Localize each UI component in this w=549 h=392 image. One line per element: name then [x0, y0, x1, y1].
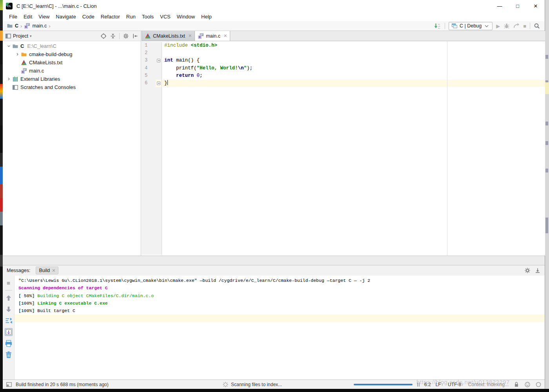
- chevron-right-icon[interactable]: [14, 52, 21, 56]
- close-icon[interactable]: ✕: [52, 268, 55, 273]
- code-editor[interactable]: 1#include <stdio.h>23int main() {4 print…: [142, 41, 545, 256]
- gear-icon[interactable]: [123, 33, 129, 39]
- build-tab[interactable]: Build ✕: [36, 267, 58, 274]
- collapse-all-icon[interactable]: [110, 33, 116, 39]
- code-line[interactable]: 4 printf("Hello, World!\n");: [142, 65, 545, 72]
- hide-panel-icon[interactable]: [534, 267, 541, 274]
- tree-item-cmake-build-debug[interactable]: cmake-build-debug: [3, 50, 141, 58]
- fold-marker-icon[interactable]: [157, 82, 160, 85]
- toolwindow-toggle-icon[interactable]: [6, 381, 12, 388]
- breadcrumb-project[interactable]: C: [7, 23, 18, 29]
- console-line[interactable]: "C:\Users\Lewis Gu\.CLion2018.1\system\c…: [15, 277, 545, 284]
- chevron-down-icon[interactable]: [5, 44, 12, 48]
- console-toolbar: ■: [3, 276, 15, 379]
- search-everywhere-icon[interactable]: [534, 23, 540, 29]
- breadcrumb: C › c main.c ›: [7, 23, 51, 29]
- fold-marker-icon[interactable]: [157, 59, 160, 62]
- desktop-edge-right: [545, 0, 549, 389]
- tab-cmakelists[interactable]: CMakeLists.txt ✕: [142, 31, 195, 41]
- code-line[interactable]: 1#include <stdio.h>: [142, 42, 545, 49]
- close-icon[interactable]: ✕: [224, 33, 227, 38]
- svg-text:c: c: [25, 25, 27, 29]
- navigate-messages-icon[interactable]: [5, 317, 13, 325]
- run-configuration-select[interactable]: C | Debug: [449, 22, 493, 30]
- chevron-right-icon[interactable]: [5, 77, 12, 81]
- hide-panel-icon[interactable]: [132, 33, 138, 39]
- menu-item-refactor[interactable]: Refactor: [98, 13, 123, 21]
- menu-item-window[interactable]: Window: [174, 13, 198, 21]
- pause-icon[interactable]: [417, 383, 420, 387]
- minimize-button[interactable]: —: [491, 0, 509, 12]
- next-message-icon[interactable]: [5, 305, 13, 313]
- close-button[interactable]: ✕: [527, 0, 545, 12]
- select-opened-file-icon[interactable]: [100, 33, 107, 39]
- tree-item-main-c[interactable]: cmain.c: [3, 67, 141, 75]
- right-margin-guide: [447, 41, 447, 256]
- menu-item-run[interactable]: Run: [123, 13, 139, 21]
- code-token: int: [164, 58, 173, 63]
- gear-icon[interactable]: [524, 267, 531, 274]
- menu-item-file[interactable]: File: [6, 13, 20, 21]
- tab-main-c[interactable]: c main.c ✕: [195, 31, 230, 41]
- console-line[interactable]: Scanning dependencies of target C: [15, 284, 545, 292]
- code-line[interactable]: 2: [142, 49, 545, 57]
- clear-all-icon[interactable]: [5, 351, 13, 359]
- build-console[interactable]: "C:\Users\Lewis Gu\.CLion2018.1\system\c…: [15, 276, 545, 379]
- caret-position[interactable]: 6:2: [424, 382, 431, 387]
- code-line[interactable]: 6}: [142, 80, 545, 87]
- scroll-to-end-icon[interactable]: [5, 328, 13, 336]
- monitor-face-icon[interactable]: [524, 381, 531, 388]
- code-line[interactable]: 3int main() {: [142, 57, 545, 64]
- line-ending-selector[interactable]: LF↕: [436, 382, 444, 387]
- menu-item-edit[interactable]: Edit: [20, 13, 35, 21]
- updown-icon: ↕: [442, 383, 444, 387]
- attach-profiler-button[interactable]: [513, 23, 520, 29]
- console-line[interactable]: [100%] Built target C: [15, 307, 545, 314]
- maximize-button[interactable]: □: [509, 0, 527, 12]
- tree-item-label: cmake-build-debug: [29, 51, 73, 57]
- lock-icon[interactable]: [513, 381, 520, 388]
- build-status-text: Build finished in 20 s 688 ms (moments a…: [16, 382, 109, 387]
- menu-item-vcs[interactable]: VCS: [157, 13, 174, 21]
- menu-item-tools[interactable]: Tools: [139, 13, 157, 21]
- reload-cmake-icon[interactable]: 011001: [434, 23, 441, 29]
- project-tool-window: Project ▾ CE:\C_learn\Ccmake-build-debug…: [3, 31, 141, 256]
- breadcrumb-file[interactable]: c main.c: [24, 23, 47, 29]
- code-text: #include <stdio.h>: [162, 42, 545, 49]
- stop-icon[interactable]: ■: [5, 279, 13, 287]
- toolwin-icon: [12, 84, 18, 91]
- menu-item-navigate[interactable]: Navigate: [53, 13, 79, 21]
- c-file-icon: c: [24, 23, 30, 29]
- menu-item-code[interactable]: Code: [79, 13, 98, 21]
- menu-item-view[interactable]: View: [35, 13, 53, 21]
- console-line[interactable]: [15, 314, 545, 322]
- menu-item-help[interactable]: Help: [198, 13, 215, 21]
- stop-button[interactable]: ■: [523, 23, 526, 29]
- code-text: }: [162, 80, 545, 87]
- run-button[interactable]: ▶: [496, 23, 500, 29]
- print-icon[interactable]: [5, 339, 13, 347]
- tree-item-c[interactable]: CE:\C_learn\C: [3, 42, 141, 50]
- cmake-icon: [21, 60, 27, 66]
- project-panel-title[interactable]: Project: [13, 33, 28, 39]
- cfile-icon: c: [21, 68, 27, 74]
- console-token: "C:\Users\Lewis Gu\.CLion2018.1\system\c…: [18, 278, 370, 283]
- debug-button[interactable]: [504, 23, 510, 29]
- code-line[interactable]: 5 return 0;: [142, 72, 545, 80]
- folderOrange-icon: [21, 51, 27, 58]
- close-icon[interactable]: ✕: [188, 33, 192, 38]
- tree-item-external-libraries[interactable]: External Libraries: [3, 75, 141, 83]
- horizontal-splitter[interactable]: [3, 256, 545, 265]
- tree-item-cmakelists-txt[interactable]: CMakeLists.txt: [3, 58, 141, 67]
- previous-message-icon[interactable]: [5, 294, 13, 302]
- console-token: Building C object CMakeFiles/C.dir/main.…: [37, 293, 154, 298]
- breadcrumb-separator: ›: [48, 23, 51, 29]
- desktop-edge-left: [0, 0, 3, 389]
- console-line[interactable]: [100%] Linking C executable C.exe: [15, 299, 545, 307]
- console-line[interactable]: [ 50%] Building C object CMakeFiles/C.di…: [15, 292, 545, 299]
- tree-item-label: C: [20, 43, 24, 49]
- libs-icon: [12, 76, 18, 82]
- encoding-selector[interactable]: UTF-8↕: [448, 382, 464, 387]
- event-log-icon[interactable]: [535, 381, 542, 388]
- tree-item-scratches-and-consoles[interactable]: Scratches and Consoles: [3, 83, 141, 91]
